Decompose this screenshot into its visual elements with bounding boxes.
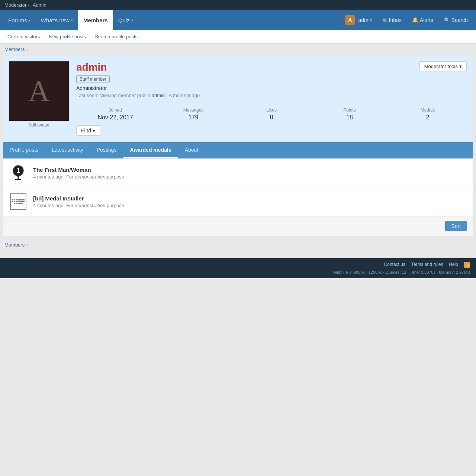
profile-username: admin: [76, 61, 467, 73]
medal-name-2: [bd] Medal Installer: [33, 195, 126, 202]
forums-arrow: ▾: [29, 18, 30, 22]
medal-info-1: The First Man/Woman 4 minutes ago. For d…: [33, 167, 126, 180]
nav-search[interactable]: 🔍 Search: [438, 12, 473, 28]
keyboard-row-2: [12, 201, 25, 202]
avatar-box: A: [9, 61, 69, 121]
breadcrumb-arrow: ›: [27, 47, 28, 52]
tab-awarded-medals[interactable]: Awarded medals: [123, 142, 178, 158]
medals-section: 1 The First Man/Woman 4 minutes ago. For…: [3, 158, 473, 236]
medal-desc-1: 4 minutes ago. For demonstration purpose…: [33, 174, 126, 180]
trophy-svg: 1: [10, 165, 26, 181]
nav-alerts[interactable]: 🔔 Alerts: [407, 12, 438, 28]
medal-info-2: [bd] Medal Installer 4 minutes ago. For …: [33, 195, 126, 208]
sub-nav-search-profile-posts[interactable]: Search profile posts: [90, 30, 142, 43]
nav-members[interactable]: Members: [78, 10, 113, 30]
sort-row: Sort: [3, 216, 473, 236]
admin-bar: Moderator ▾ Admin: [0, 0, 476, 10]
avatar-letter: A: [28, 74, 50, 108]
tab-latest-activity[interactable]: Latest activity: [45, 142, 90, 158]
admin-label: Admin: [33, 2, 46, 8]
footer-breadcrumb-members-link[interactable]: Members: [4, 242, 25, 248]
quiz-arrow: ▾: [131, 18, 133, 22]
profile-header: A Edit avatar admin Staff member Adminis…: [3, 55, 473, 142]
footer-breadcrumb: Members ›: [0, 239, 476, 251]
footer-breadcrumb-arrow: ›: [27, 242, 28, 248]
footer-terms[interactable]: Terms and rules: [411, 262, 443, 268]
bell-icon: 🔔: [412, 17, 418, 23]
nav-whats-new[interactable]: What's new ▾: [36, 10, 78, 30]
moderator-dropdown-arrow: ▾: [28, 3, 30, 7]
last-seen: Last seen: Viewing member profile admin …: [76, 93, 467, 98]
staff-badge: Staff member: [76, 75, 110, 83]
moderator-menu[interactable]: Moderator ▾: [4, 2, 30, 8]
svg-text:1: 1: [16, 167, 20, 174]
footer-help[interactable]: Help: [449, 262, 458, 268]
search-icon: 🔍: [444, 17, 450, 23]
tab-profile-posts[interactable]: Profile posts: [3, 142, 45, 158]
medal-item: [bd] Medal Installer 4 minutes ago. For …: [3, 187, 473, 216]
tab-about[interactable]: About: [178, 142, 205, 158]
rss-icon[interactable]: ⊞: [464, 262, 470, 268]
find-dropdown-arrow: ▾: [93, 128, 95, 134]
sort-button[interactable]: Sort: [445, 221, 467, 231]
main-nav: Forums ▾ What's new ▾ Members Quiz ▾ A a…: [0, 10, 476, 30]
sub-nav-new-profile-posts[interactable]: New profile posts: [44, 30, 90, 43]
profile-container: A Edit avatar admin Staff member Adminis…: [3, 55, 473, 236]
breadcrumb: Members ›: [0, 44, 476, 55]
footer-meta: Width: Full 900px - 1200px · Queries: 11…: [6, 270, 470, 274]
stat-medals: Medals 2: [389, 107, 467, 121]
user-title: Administrator: [76, 85, 467, 91]
profile-info: admin Staff member Administrator Last se…: [76, 61, 467, 136]
last-seen-link[interactable]: admin: [152, 93, 165, 98]
keyboard-row-1: [12, 199, 25, 200]
medal-name-1: The First Man/Woman: [33, 167, 126, 173]
user-avatar-small: A: [345, 15, 355, 25]
keyboard-box: [10, 193, 26, 210]
edit-avatar-button[interactable]: Edit avatar: [9, 121, 69, 129]
whats-new-arrow: ▾: [71, 18, 73, 22]
inbox-icon: ✉: [383, 17, 387, 23]
stat-points: Points 18: [311, 107, 389, 121]
stats-row: Joined Nov 22, 2017 Messages 179 Likes 8…: [76, 103, 467, 121]
nav-forums[interactable]: Forums ▾: [3, 10, 36, 30]
medal-icon-trophy: 1: [9, 164, 27, 182]
nav-inbox[interactable]: ✉ Inbox: [378, 12, 407, 28]
stat-messages: Messages 179: [154, 107, 232, 121]
footer-contact-us[interactable]: Contact us: [384, 262, 405, 268]
medal-item: 1 The First Man/Woman 4 minutes ago. For…: [3, 159, 473, 187]
nav-right: A admin ✉ Inbox 🔔 Alerts 🔍 Search: [340, 10, 473, 30]
nav-user[interactable]: A admin: [340, 10, 377, 30]
nav-quiz[interactable]: Quiz ▾: [113, 10, 138, 30]
medal-icon-keyboard: [9, 193, 27, 210]
page-footer: Contact us Terms and rules Help ⊞ Width:…: [0, 258, 476, 278]
sub-nav: Current visitors New profile posts Searc…: [0, 30, 476, 44]
stat-likes: Likes 8: [232, 107, 311, 121]
moderator-tools-button[interactable]: Moderator tools ▾: [419, 61, 467, 71]
profile-tabs: Profile posts Latest activity Postings A…: [3, 142, 473, 158]
medal-desc-2: 4 minutes ago. For demonstration purpose…: [33, 203, 126, 208]
tab-postings[interactable]: Postings: [90, 142, 123, 158]
find-button[interactable]: Find ▾: [76, 125, 100, 136]
sub-nav-current-visitors[interactable]: Current visitors: [3, 30, 44, 43]
avatar-container: A Edit avatar: [9, 61, 69, 136]
breadcrumb-members-link[interactable]: Members: [4, 46, 25, 52]
keyboard-row-3: [14, 203, 23, 204]
footer-links: Contact us Terms and rules Help ⊞: [6, 262, 470, 268]
mod-tools-arrow: ▾: [459, 64, 462, 69]
svg-marker-2: [16, 175, 20, 177]
stat-joined: Joined Nov 22, 2017: [76, 107, 154, 121]
